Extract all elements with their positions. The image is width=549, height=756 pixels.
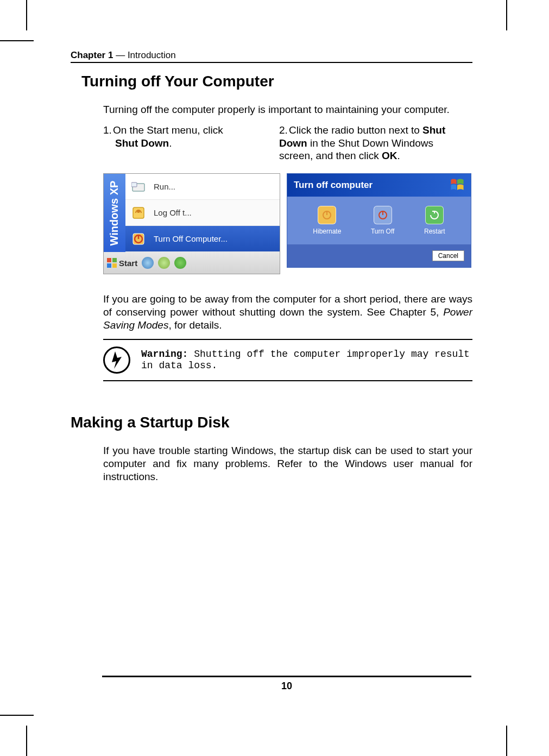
media-icon[interactable] [174, 257, 186, 269]
cancel-button[interactable]: Cancel [432, 250, 464, 261]
intro-paragraph: Turning off the computer properly is imp… [103, 103, 472, 116]
turnoff-dialog-screenshot: Turn off computer Hibernate Turn Off [287, 173, 471, 268]
crop-mark [0, 40, 34, 41]
windows-logo-icon [107, 258, 117, 268]
turnoff-option-icon [374, 206, 392, 224]
start-button[interactable]: Start [107, 258, 137, 268]
svg-rect-7 [107, 258, 111, 262]
crop-mark [506, 0, 507, 30]
startup-disk-paragraph: If you have trouble starting Windows, th… [103, 444, 472, 483]
crop-mark [26, 0, 27, 30]
heading-turning-off: Turning off Your Computer [81, 73, 472, 90]
menu-item-label: Run... [154, 182, 175, 191]
restart-icon [425, 206, 444, 224]
power-saving-paragraph: If you are going to be away from the com… [103, 293, 472, 331]
step-2: 2.Click the radio button next to Shut Do… [279, 124, 469, 162]
warning-box: Warning: Shutting off the computer impro… [103, 339, 472, 381]
menu-item-run[interactable]: Run... [125, 174, 280, 200]
svg-rect-1 [131, 182, 137, 187]
dialog-titlebar: Turn off computer [287, 174, 471, 197]
restart-option[interactable]: Restart [424, 206, 445, 235]
ie-icon[interactable] [142, 257, 154, 269]
page-header: Chapter 1 — Introduction [71, 50, 472, 63]
hibernate-icon [318, 206, 336, 224]
hibernate-option[interactable]: Hibernate [313, 206, 341, 235]
crop-mark [26, 726, 27, 756]
page-number: 10 [102, 681, 471, 692]
menu-item-label: Turn Off Computer... [154, 234, 228, 243]
warning-icon [103, 346, 130, 374]
crop-mark [506, 726, 507, 756]
step-1: 1.On the Start menu, click Shut Down. [103, 124, 261, 162]
chapter-label: Chapter 1 [71, 50, 113, 60]
heading-startup-disk: Making a Startup Disk [71, 414, 472, 431]
menu-item-turnoff[interactable]: Turn Off Computer... [125, 226, 280, 252]
turnoff-icon [131, 231, 146, 247]
start-menu-screenshot: Windows XP Run... Log Off t... [103, 173, 280, 274]
start-menu-sidebar: Windows XP [104, 174, 125, 252]
svg-rect-8 [112, 258, 117, 262]
logoff-icon [131, 205, 146, 220]
svg-rect-10 [112, 263, 117, 268]
svg-point-3 [137, 210, 140, 213]
crop-mark [0, 715, 34, 716]
menu-item-logoff[interactable]: Log Off t... [125, 200, 280, 226]
page-footer: 10 [102, 676, 471, 692]
quicklaunch-icon[interactable] [158, 257, 170, 269]
menu-item-label: Log Off t... [154, 208, 192, 217]
svg-rect-9 [107, 263, 111, 268]
taskbar: Start [104, 252, 280, 274]
run-icon [131, 179, 146, 194]
windows-flag-icon [450, 178, 464, 192]
turnoff-option[interactable]: Turn Off [371, 206, 394, 235]
warning-text: Warning: Shutting off the computer impro… [141, 349, 472, 372]
